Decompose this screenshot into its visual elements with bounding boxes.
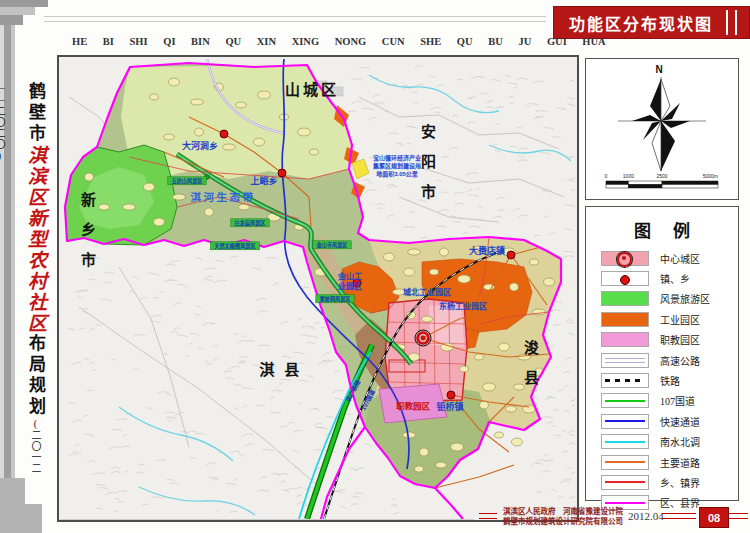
legend-swatch-city-icon xyxy=(601,251,649,266)
footer-credits: 淇滨区人民政府 河南省豫建设计院 鹤壁市规划建筑设计研究院有限公司 xyxy=(498,507,628,526)
legend-item: 南水北调 xyxy=(586,432,738,452)
legend-item-label: 快速通道 xyxy=(660,414,700,429)
legend-swatch-area-icon xyxy=(601,332,649,347)
map-panel: 山城区安阳市新乡市浚县淇 县大河涧乡上峪乡大赉店镇钜桥镇金山工业园区城北工业园区… xyxy=(57,55,579,522)
legend-item: 107国道 xyxy=(586,391,738,411)
compass-scale: N 0100025005000m xyxy=(586,59,736,197)
map-label: 大赉店镇 xyxy=(469,245,505,256)
legend-item: 工业园区 xyxy=(586,309,738,329)
legend-swatch-town-icon xyxy=(601,271,649,286)
legend-swatch-line-double-icon xyxy=(601,353,649,368)
legend-item-label: 107国道 xyxy=(660,393,695,408)
map-canvas: 山城区安阳市新乡市浚县淇 县大河涧乡上峪乡大赉店镇钜桥镇金山工业园区城北工业园区… xyxy=(59,57,577,520)
map-label: 钜桥镇 xyxy=(436,401,463,412)
map-label: 淇河生态带 xyxy=(191,191,256,203)
side-title-suffix: 布局规划 xyxy=(26,334,45,418)
map-label: 业园区 xyxy=(338,281,362,291)
scale-tick: 5000m xyxy=(703,173,718,179)
legend-item-label: 工业园区 xyxy=(660,312,700,327)
town-marker-icon xyxy=(447,391,455,399)
legend-item: 职教园区 xyxy=(586,330,738,350)
left-rail-dark xyxy=(4,0,11,533)
legend-item: 风景旅游区 xyxy=(586,289,738,309)
map-label: 地面积3.05公里 xyxy=(376,170,418,178)
legend-item-label: 主要道路 xyxy=(660,455,700,470)
north-box: N 0100025005000m xyxy=(585,58,739,200)
map-label: 金山工 xyxy=(337,271,362,281)
legend-item: 乡、镇界 xyxy=(586,472,738,492)
map-label: 职教园区 xyxy=(396,401,431,411)
legend-item: 主要道路 xyxy=(586,452,738,472)
footer-org-line2: 鹤壁市规划建筑设计研究院有限公司 xyxy=(498,517,628,527)
legend-item: 镇、乡 xyxy=(586,268,738,288)
map-label: 上峪乡 xyxy=(250,175,277,186)
legend-item: 铁路 xyxy=(586,370,738,390)
map-label: 集聚区规划建设用 xyxy=(372,162,421,170)
side-title-prefix: 鹤壁市 xyxy=(26,82,45,145)
title-banner: 功能区分布现状图 xyxy=(553,6,750,39)
footer-hairline xyxy=(60,519,474,520)
town-marker-icon xyxy=(507,251,515,259)
scale-tick: 0 xyxy=(605,173,608,179)
side-title: 鹤壁市淇滨区新型农村社区布局规划(二〇一二——二〇二〇) xyxy=(17,82,53,482)
banner-double-line xyxy=(726,10,737,35)
scale-tick: 1000 xyxy=(623,173,634,179)
legend-item-label: 中心城区 xyxy=(660,251,700,266)
legend-item-label: 铁路 xyxy=(660,373,680,388)
page-number-badge: 08 xyxy=(699,507,729,528)
legend-items: 中心城区镇、乡风景旅游区工业园区职教园区高速公路铁路107国道快速通道南水北调主… xyxy=(586,248,738,513)
legend-swatch-line-icon xyxy=(601,414,649,429)
scale-tick: 2500 xyxy=(656,173,667,179)
legend-item: 快速通道 xyxy=(586,411,738,431)
footer-date: 2012.04 xyxy=(628,510,664,522)
map-label: 金山寺风景区 xyxy=(315,241,348,249)
map-label: 东杨工业园区 xyxy=(439,301,487,311)
top-hairline xyxy=(44,16,546,22)
legend-swatch-line-icon xyxy=(601,434,649,449)
map-label: 大河涧乡 xyxy=(182,140,218,151)
legend-swatch-area-icon xyxy=(601,291,649,306)
left-rail-mid xyxy=(11,0,15,533)
legend-item: 中心城区 xyxy=(586,248,738,268)
legend-item-label: 高速公路 xyxy=(660,353,700,368)
map-label: 城北工业园区 xyxy=(403,287,451,297)
footer-org-line1: 淇滨区人民政府 河南省豫建设计院 xyxy=(498,507,628,517)
legend-item: 高速公路 xyxy=(586,350,738,370)
scale-bar: 0100025005000m xyxy=(605,173,718,188)
compass-rose-icon xyxy=(618,77,706,171)
legend-panel: 图 例 中心城区镇、乡风景旅游区工业园区职教园区高速公路铁路107国道快速通道南… xyxy=(585,206,739,501)
map-label: 淇 县 xyxy=(260,361,303,378)
map-label: 山城区 xyxy=(285,81,339,98)
banner-title: 功能区分布现状图 xyxy=(553,11,713,35)
legend-item-label: 风景旅游区 xyxy=(660,291,710,306)
map-label: 天然太极图风景区 xyxy=(214,242,256,250)
legend-swatch-line-icon xyxy=(601,475,649,490)
legend-item-label: 南水北调 xyxy=(660,434,700,449)
legend-item-label: 职教园区 xyxy=(660,332,700,347)
legend-item-label: 乡、镇界 xyxy=(660,475,700,490)
footer-redline-left xyxy=(479,513,497,519)
map-label: 五岩山风景区 xyxy=(171,177,203,185)
legend-item-label: 区、县界 xyxy=(660,495,700,510)
legend-item-label: 镇、乡 xyxy=(660,271,690,286)
legend-swatch-line-icon xyxy=(601,455,649,470)
town-marker-icon xyxy=(278,169,286,177)
map-label: 宝山循环经济产业 xyxy=(373,154,421,162)
corner-step-1 xyxy=(0,0,48,7)
map-label: 安阳市 xyxy=(421,123,439,200)
map-label: 新乡市 xyxy=(81,191,99,268)
map-label: 白龙庙风景区 xyxy=(234,219,266,227)
legend-swatch-line-icon xyxy=(601,393,649,408)
corner-step-2 xyxy=(0,7,35,15)
legend-swatch-area-icon xyxy=(601,312,649,327)
legend-title: 图 例 xyxy=(586,217,738,242)
pinyin-row: HE BI SHI QI BIN QU XIN XING NONG CUN SH… xyxy=(72,36,540,47)
map-label: 寒坡洞风景区 xyxy=(319,295,351,303)
town-marker-icon xyxy=(220,130,228,138)
legend-swatch-line-rail-icon xyxy=(601,373,649,388)
page: 功能区分布现状图 HE BI SHI QI BIN QU XIN XING NO… xyxy=(0,0,750,533)
side-title-highlight: 淇滨区新型农村社区 xyxy=(25,145,46,334)
corner-step-3 xyxy=(0,15,23,25)
footer-redline-mid xyxy=(662,513,696,519)
footer-redline-right xyxy=(729,513,748,519)
